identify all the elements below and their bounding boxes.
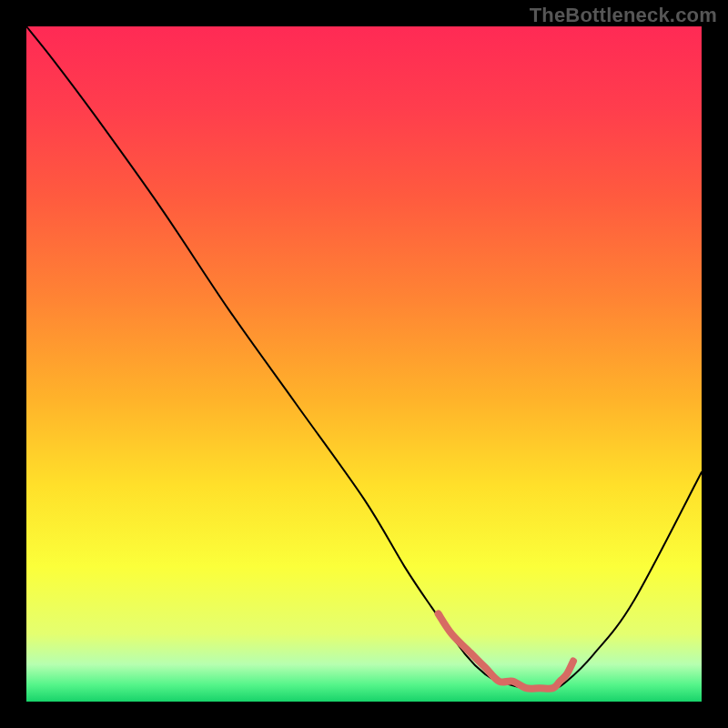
chart-svg [26, 26, 702, 702]
chart-background [26, 26, 702, 702]
watermark-text: TheBottleneck.com [530, 4, 717, 27]
plot-area [26, 26, 702, 702]
